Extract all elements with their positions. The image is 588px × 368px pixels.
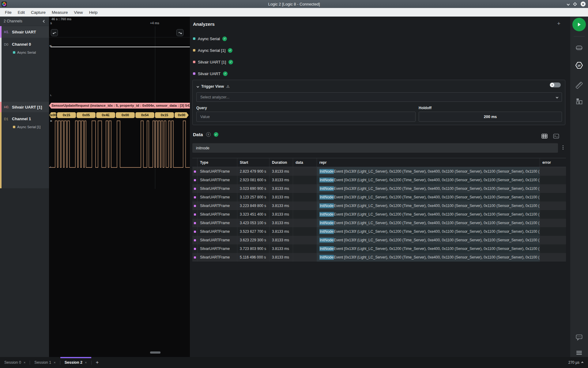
table-row[interactable]: SilvarUARTFrame 3.323 451 400 s 3.8133 m… — [192, 210, 566, 219]
cell-error — [540, 184, 566, 193]
menu-edit[interactable]: Edit — [15, 9, 28, 16]
cell-repr: InitNodeEvent [0x130f (Light_LC_Server),… — [317, 227, 540, 236]
table-row[interactable]: SilvarUARTFrame 3.523 627 700 s 3.8133 m… — [192, 227, 566, 236]
byte-bubble[interactable]: 0x54 — [135, 112, 154, 118]
byte-bubble[interactable]: 0x00 — [116, 112, 135, 118]
extensions-icon[interactable] — [575, 97, 583, 105]
data-table: Type Start Duration data repr error Silv… — [192, 158, 566, 262]
add-analyzer-button[interactable]: + — [557, 21, 560, 26]
channel-row-d1[interactable]: D1 Channel 1 Async Serial [1] — [0, 112, 49, 188]
table-row[interactable]: SilvarUARTFrame 2.823 479 900 s 3.8133 m… — [192, 167, 566, 176]
data-search-input[interactable]: initnode — [192, 143, 558, 153]
close-session-icon[interactable]: × — [54, 361, 55, 364]
header-data[interactable]: data — [293, 158, 317, 167]
holdoff-input[interactable]: 200 ms — [419, 112, 562, 122]
frame-color-icon — [194, 231, 196, 233]
new-session-button[interactable]: + — [92, 359, 103, 366]
header-type[interactable]: Type — [198, 158, 237, 167]
byte-bubble[interactable]: 0x00 — [175, 112, 189, 118]
cell-repr: InitNodeEvent [0x130f (Light_LC_Server),… — [317, 210, 540, 219]
tab-session-1[interactable]: Session 1 × — [30, 357, 60, 368]
frame-color-icon — [194, 188, 196, 190]
table-row[interactable]: SilvarUARTFrame 3.723 803 900 s 3.8133 m… — [192, 244, 566, 253]
table-row[interactable]: SilvarUARTFrame 3.223 849 800 s 3.8133 m… — [192, 201, 566, 210]
next-transition-button[interactable] — [176, 29, 183, 36]
menu-help[interactable]: Help — [86, 9, 101, 16]
search-options-menu-icon[interactable] — [563, 145, 564, 150]
window-maximize-icon[interactable] — [573, 2, 577, 6]
cell-type: SilvarUARTFrame — [198, 227, 237, 236]
prev-transition-button[interactable] — [51, 29, 58, 36]
window-close-icon[interactable]: ✕ — [581, 2, 586, 6]
protocol-annotation-bubble[interactable]: SensorUpdateRequest (instance_idx : 5, p… — [49, 103, 190, 109]
table-row[interactable]: SilvarUARTFrame 3.623 229 300 s 3.8133 m… — [192, 236, 566, 244]
cell-duration: 3.8133 ms — [270, 253, 293, 262]
trigger-view-panel: Trigger View ⚠ ✕ Select analyzer... Quer… — [192, 80, 565, 125]
collapse-trigger-view-icon[interactable] — [197, 85, 199, 88]
menu-capture[interactable]: Capture — [28, 9, 49, 16]
channel-row-h1[interactable]: H1. Silvair UART — [0, 26, 49, 38]
tab-session-2[interactable]: Session 2 × — [60, 357, 91, 368]
header-start[interactable]: Start — [237, 158, 270, 167]
table-row[interactable]: SilvarUARTFrame 3.123 257 800 s 3.8133 m… — [192, 193, 566, 201]
main-menu-icon[interactable] — [575, 348, 583, 357]
table-row[interactable]: SilvarUARTFrame 3.423 053 100 s 3.8133 m… — [192, 219, 566, 227]
waveform-area[interactable]: 46 s : 760 ms s +4 ms H L SensorUpdateRe… — [49, 17, 190, 357]
byte-bubble[interactable]: 0x4E — [96, 112, 115, 118]
analyzer-name: Async Serial — [198, 36, 220, 41]
timing-scale-indicator[interactable]: 270 µs — [568, 360, 583, 365]
close-session-icon[interactable]: × — [85, 361, 87, 364]
cell-error — [540, 253, 566, 262]
query-input[interactable]: Value — [196, 112, 416, 122]
table-view-icon[interactable] — [541, 132, 548, 140]
collapse-sidebar-icon[interactable] — [43, 20, 46, 23]
feedback-chat-icon[interactable] — [575, 333, 583, 342]
help-icon[interactable]: ? — [206, 132, 211, 137]
header-duration[interactable]: Duration — [270, 158, 293, 167]
cell-duration: 3.8133 ms — [270, 236, 293, 244]
header-repr[interactable]: repr — [317, 158, 540, 167]
menu-file[interactable]: File — [2, 9, 15, 16]
cell-type: SilvarUARTFrame — [198, 244, 237, 253]
cell-repr: InitNodeEvent [0x130f (Light_LC_Server),… — [317, 236, 540, 244]
channel-color-bar — [0, 26, 2, 38]
channel-analyzer-label: Async Serial [1] — [17, 125, 40, 129]
cell-repr: InitNodeEvent [0x130f (Light_LC_Server),… — [317, 193, 540, 201]
channel-row-d0[interactable]: D0 Channel 0 Async Serial — [0, 38, 49, 102]
session-tab-label: Session 2 — [65, 360, 82, 365]
measurements-icon[interactable] — [575, 81, 583, 90]
close-session-icon[interactable]: × — [24, 361, 25, 364]
byte-bubble[interactable]: 0x15 — [57, 112, 76, 118]
row-icon-cell — [192, 210, 198, 219]
analyzer-item[interactable]: Async Serial [1] ✓ — [193, 47, 232, 54]
table-row[interactable]: SilvarUARTFrame 5.116 496 000 s 3.8133 m… — [192, 253, 566, 262]
channel-row-h0[interactable]: H0. Silvair UART [1] — [0, 102, 49, 112]
analyzer-select[interactable]: Select analyzer... — [196, 92, 562, 102]
header-error[interactable]: error — [540, 158, 566, 167]
window-minimize-icon[interactable] — [567, 2, 570, 6]
trigger-enable-toggle[interactable]: ✕ — [550, 82, 561, 87]
start-capture-button[interactable] — [572, 18, 586, 31]
byte-bubble[interactable]: 0x15 — [155, 112, 174, 118]
session-tab-label: Session 0 — [4, 360, 21, 365]
table-row[interactable]: SilvarUARTFrame 2.923 081 600 s 3.8133 m… — [192, 176, 566, 184]
byte-bubble[interactable]: 0x05 — [77, 112, 96, 118]
cell-data — [293, 193, 317, 201]
byte-bubble[interactable]: 0x00 — [49, 112, 56, 118]
analyzers-panel-icon[interactable]: 1F — [575, 61, 584, 69]
analyzer-color-icon — [193, 61, 195, 63]
terminal-view-icon[interactable] — [552, 132, 560, 140]
analyzer-item[interactable]: Async Serial ✓ — [193, 35, 227, 42]
cell-type: SilvarUARTFrame — [198, 236, 237, 244]
horizontal-scrollbar[interactable] — [150, 351, 160, 354]
device-settings-icon[interactable] — [575, 44, 583, 52]
menu-measure[interactable]: Measure — [49, 9, 71, 16]
analyzer-item[interactable]: Silvair UART ✓ — [193, 70, 228, 77]
menu-view[interactable]: View — [71, 9, 86, 16]
tab-session-0[interactable]: Session 0 × — [0, 357, 30, 368]
row-icon-cell — [192, 219, 198, 227]
analyzer-color-icon — [13, 126, 15, 128]
table-row[interactable]: SilvarUARTFrame 3.023 690 900 s 3.8133 m… — [192, 184, 566, 193]
side-panel: Analyzers + Async Serial ✓ Async Serial … — [190, 17, 570, 357]
analyzer-item[interactable]: Silvair UART [1] ✓ — [193, 58, 233, 66]
